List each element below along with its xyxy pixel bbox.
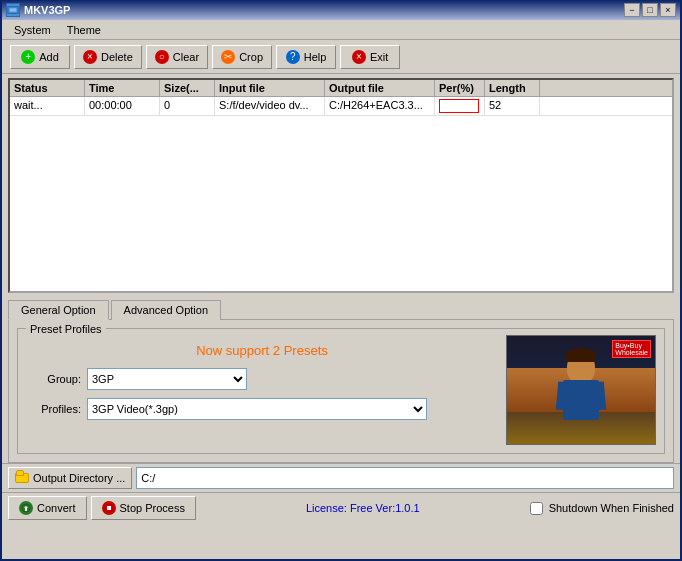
delete-button[interactable]: × Delete xyxy=(74,45,142,69)
col-header-per: Per(%) xyxy=(435,80,485,96)
profiles-label: Profiles: xyxy=(26,403,81,415)
toolbar: + Add × Delete ○ Clear ✂ Crop ? Help × E… xyxy=(2,40,680,74)
table-row[interactable]: wait... 00:00:00 0 S:/f/dev/video dv... … xyxy=(10,97,672,116)
row-time: 00:00:00 xyxy=(85,97,160,115)
group-label: Group: xyxy=(26,373,81,385)
svg-rect-1 xyxy=(10,8,17,11)
menu-theme[interactable]: Theme xyxy=(59,22,109,38)
crop-button[interactable]: ✂ Crop xyxy=(212,45,272,69)
clear-button[interactable]: ○ Clear xyxy=(146,45,208,69)
row-length: 52 xyxy=(485,97,540,115)
row-output: C:/H264+EAC3.3... xyxy=(325,97,435,115)
col-header-time: Time xyxy=(85,80,160,96)
group-row: Group: 3GP MP4 AVI xyxy=(26,368,498,390)
row-status: wait... xyxy=(10,97,85,115)
tab-advanced[interactable]: Advanced Option xyxy=(111,300,221,320)
crop-icon: ✂ xyxy=(221,50,235,64)
title-bar: MKV3GP − □ × xyxy=(2,0,680,20)
col-header-input: Input file xyxy=(215,80,325,96)
row-input: S:/f/dev/video dv... xyxy=(215,97,325,115)
preset-title: Now support 2 Presets xyxy=(26,335,498,360)
title-bar-left: MKV3GP xyxy=(6,3,70,17)
group-select[interactable]: 3GP MP4 AVI xyxy=(87,368,247,390)
progress-box xyxy=(439,99,479,113)
profiles-select[interactable]: 3GP Video(*.3gp) 3GP Audio(*.3gp) MP4 Vi… xyxy=(87,398,427,420)
col-header-status: Status xyxy=(10,80,85,96)
folder-icon xyxy=(15,473,29,483)
title-bar-controls: − □ × xyxy=(624,3,676,17)
tab-general[interactable]: General Option xyxy=(8,300,109,320)
tabs-container: General Option Advanced Option Preset Pr… xyxy=(8,299,674,463)
output-dir-button[interactable]: Output Directory ... xyxy=(8,467,132,489)
convert-icon xyxy=(19,501,33,515)
title-text: MKV3GP xyxy=(24,4,70,16)
tabs-header: General Option Advanced Option xyxy=(8,299,674,319)
close-button[interactable]: × xyxy=(660,3,676,17)
stop-icon xyxy=(102,501,116,515)
exit-icon: × xyxy=(352,50,366,64)
row-per xyxy=(435,97,485,115)
help-icon: ? xyxy=(286,50,300,64)
file-list-container: Status Time Size(... Input file Output f… xyxy=(8,78,674,293)
preset-form: Now support 2 Presets Group: 3GP MP4 AVI… xyxy=(26,335,498,420)
row-size: 0 xyxy=(160,97,215,115)
file-list-header: Status Time Size(... Input file Output f… xyxy=(10,80,672,97)
menu-bar: System Theme xyxy=(2,20,680,40)
svg-rect-3 xyxy=(25,508,27,511)
license-text: License: Free Ver:1.0.1 xyxy=(200,502,526,514)
convert-button[interactable]: Convert xyxy=(8,496,87,520)
profiles-row: Profiles: 3GP Video(*.3gp) 3GP Audio(*.3… xyxy=(26,398,498,420)
tab-content: Preset Profiles Now support 2 Presets Gr… xyxy=(8,319,674,463)
maximize-button[interactable]: □ xyxy=(642,3,658,17)
add-icon: + xyxy=(21,50,35,64)
delete-icon: × xyxy=(83,50,97,64)
minimize-button[interactable]: − xyxy=(624,3,640,17)
preview-image: Buy•BuyWholesale xyxy=(506,335,656,445)
col-header-length: Length xyxy=(485,80,540,96)
exit-button[interactable]: × Exit xyxy=(340,45,400,69)
app-icon xyxy=(6,3,20,17)
help-button[interactable]: ? Help xyxy=(276,45,336,69)
output-dir-input[interactable] xyxy=(136,467,674,489)
main-window: MKV3GP − □ × System Theme + Add × Delete… xyxy=(0,0,682,561)
convert-bar: Convert Stop Process License: Free Ver:1… xyxy=(2,492,680,523)
stop-process-button[interactable]: Stop Process xyxy=(91,496,196,520)
output-dir-bar: Output Directory ... xyxy=(2,463,680,492)
menu-system[interactable]: System xyxy=(6,22,59,38)
shutdown-checkbox[interactable] xyxy=(530,502,543,515)
preset-profiles-legend: Preset Profiles xyxy=(26,323,106,335)
col-header-size: Size(... xyxy=(160,80,215,96)
add-button[interactable]: + Add xyxy=(10,45,70,69)
shutdown-label: Shutdown When Finished xyxy=(549,502,674,514)
clear-icon: ○ xyxy=(155,50,169,64)
col-header-output: Output file xyxy=(325,80,435,96)
svg-rect-5 xyxy=(107,506,111,510)
preset-profiles: Preset Profiles Now support 2 Presets Gr… xyxy=(17,328,665,454)
